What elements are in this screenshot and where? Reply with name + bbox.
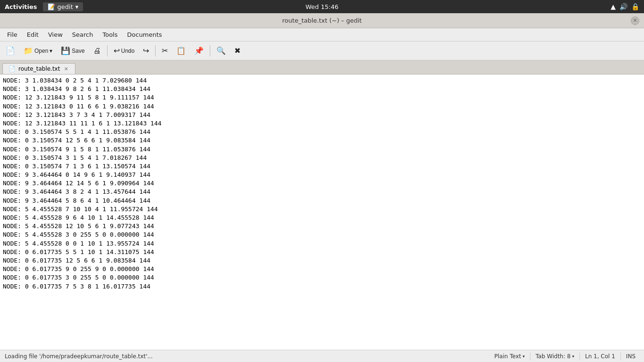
copy-button[interactable]: 📋: [173, 44, 190, 57]
tab-label: route_table.txt: [18, 66, 60, 72]
activities-button[interactable]: Activities: [5, 3, 37, 10]
system-bar: Activities 📝 gedit ▾ Wed 15:46 ▲ 🔊 🔒: [0, 0, 644, 13]
app-icon: 📝: [48, 3, 55, 10]
open-button[interactable]: 📁 Open ▾: [20, 44, 56, 57]
menu-bar: File Edit View Search Tools Documents: [0, 28, 644, 41]
menu-documents[interactable]: Documents: [123, 30, 167, 40]
print-icon: 🖨: [93, 47, 101, 55]
cut-button[interactable]: ✂: [158, 44, 172, 57]
redo-icon: ↪: [143, 46, 149, 55]
clear-button[interactable]: ✖: [231, 44, 244, 57]
editor-area[interactable]: NODE: 3 1.038434 0 2 5 4 1 7.029680 144 …: [0, 74, 644, 350]
tab-file-icon: 📄: [8, 66, 16, 72]
new-button[interactable]: 📄: [2, 44, 19, 57]
undo-label: Undo: [121, 48, 135, 54]
new-icon: 📄: [6, 46, 15, 55]
tab-width-label: Tab Width: 8: [536, 353, 570, 360]
app-name-button[interactable]: 📝 gedit ▾: [43, 2, 83, 11]
print-button[interactable]: 🖨: [90, 45, 105, 57]
status-sep-1: [530, 353, 530, 360]
redo-button[interactable]: ↪: [139, 44, 153, 57]
clear-icon: ✖: [234, 46, 240, 55]
open-icon: 📁: [24, 46, 33, 55]
save-button[interactable]: 💾 Save: [57, 44, 88, 57]
position-label: Ln 1, Col 1: [585, 353, 615, 360]
ins-mode: INS: [622, 352, 639, 361]
search-icon: 🔍: [216, 46, 226, 55]
tab-bar: 📄 route_table.txt ✕: [0, 60, 644, 74]
cut-icon: ✂: [162, 46, 168, 55]
ins-label: INS: [626, 353, 636, 360]
system-tray: ▲ 🔊 🔒: [611, 3, 639, 10]
window-titlebar: route_table.txt (~) – gedit ✕: [0, 13, 644, 28]
window: route_table.txt (~) – gedit ✕ File Edit …: [0, 13, 644, 362]
status-sep-3: [620, 353, 621, 360]
save-label: Save: [72, 48, 84, 54]
search-button[interactable]: 🔍: [213, 44, 230, 57]
volume-icon: 🔊: [619, 3, 627, 10]
status-sep-2: [579, 353, 580, 360]
window-title: route_table.txt (~) – gedit: [282, 17, 362, 24]
open-label: Open: [34, 48, 48, 54]
status-loading-msg: Loading file '/home/pradeepkumar/route_t…: [5, 353, 486, 360]
undo-icon: ↩: [114, 46, 120, 55]
save-icon: 💾: [61, 46, 70, 55]
menu-file[interactable]: File: [2, 30, 22, 40]
undo-button[interactable]: ↩ Undo: [110, 44, 139, 57]
status-right-items: Plain Text ▾ Tab Width: 8 ▾ Ln 1, Col 1 …: [490, 352, 639, 361]
tab-width-selector[interactable]: Tab Width: 8 ▾: [532, 352, 578, 361]
wifi-icon: ▲: [611, 3, 616, 10]
close-button[interactable]: ✕: [631, 16, 639, 25]
paste-icon: 📌: [194, 46, 204, 55]
toolbar-sep-1: [107, 45, 107, 57]
toolbar: 📄 📁 Open ▾ 💾 Save 🖨 ↩ Undo ↪ ✂ 📋: [0, 41, 644, 60]
copy-icon: 📋: [176, 46, 186, 55]
language-selector[interactable]: Plain Text ▾: [490, 352, 528, 361]
toolbar-sep-2: [155, 45, 156, 57]
open-arrow: ▾: [50, 48, 52, 54]
menu-search[interactable]: Search: [67, 30, 98, 40]
language-chevron: ▾: [522, 354, 525, 359]
menu-tools[interactable]: Tools: [98, 30, 122, 40]
clock: Wed 15:46: [305, 3, 339, 10]
toolbar-sep-3: [210, 45, 210, 57]
language-label: Plain Text: [494, 353, 521, 360]
tab-width-chevron: ▾: [572, 354, 574, 359]
lock-icon: 🔒: [631, 3, 639, 10]
tab-route-table[interactable]: 📄 route_table.txt ✕: [2, 63, 75, 74]
cursor-position: Ln 1, Col 1: [581, 352, 619, 361]
menu-edit[interactable]: Edit: [22, 30, 43, 40]
status-bar: Loading file '/home/pradeepkumar/route_t…: [0, 350, 644, 362]
paste-button[interactable]: 📌: [190, 44, 207, 57]
menu-view[interactable]: View: [43, 30, 67, 40]
tab-close-button[interactable]: ✕: [63, 66, 69, 72]
